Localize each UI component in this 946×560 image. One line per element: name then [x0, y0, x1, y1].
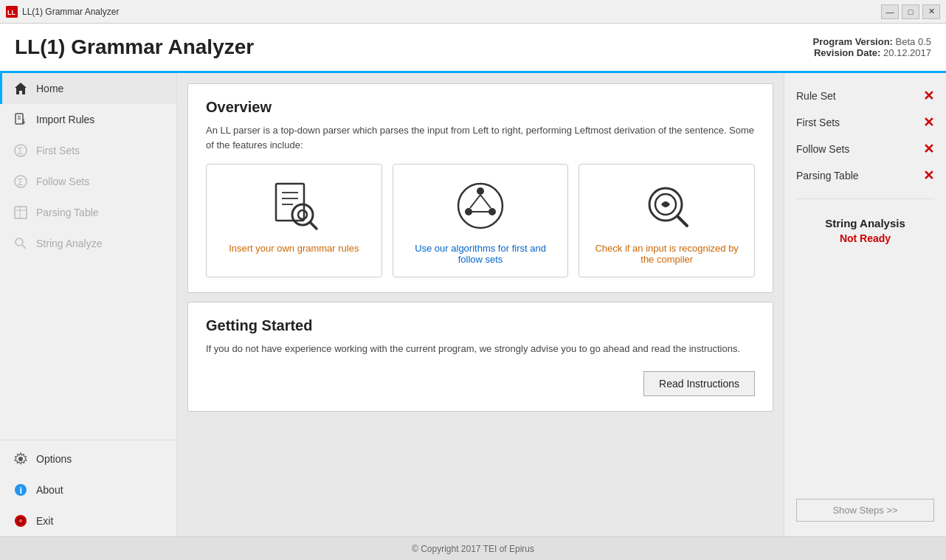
sidebar-label-parsing-table: Parsing Table [36, 207, 99, 218]
right-divider [796, 198, 934, 199]
copyright-text: © Copyright 2017 TEI of Epirus [412, 544, 534, 554]
svg-point-13 [15, 238, 23, 246]
page-title: LL(1) Grammar Analyzer [15, 35, 254, 59]
right-panel: Rule Set ✕ First Sets ✕ Follow Sets ✕ Pa… [784, 73, 946, 536]
string-check-label: Check if an input is recognized by the c… [591, 243, 742, 265]
rule-set-label: Rule Set [796, 90, 836, 102]
import-rules-icon [13, 111, 29, 128]
gs-actions: Read Instructions [206, 371, 755, 396]
main-layout: Home Import Rules Σ First Sets Σ Follow … [0, 73, 946, 536]
string-analysis-label: String Analysis [796, 217, 934, 229]
exit-icon [13, 513, 29, 529]
sidebar-item-follow-sets: Σ Follow Sets [0, 166, 176, 197]
algorithms-icon [451, 176, 510, 235]
grammar-rules-icon [264, 176, 323, 235]
show-steps-button[interactable]: Show Steps >> [796, 499, 934, 522]
maximize-button[interactable]: □ [902, 4, 919, 19]
svg-line-32 [470, 195, 480, 208]
status-follow-sets: Follow Sets ✕ [796, 141, 934, 157]
version-label: Program Version: [813, 36, 893, 47]
status-parsing-table: Parsing Table ✕ [796, 167, 934, 184]
follow-sets-status-icon: ✕ [923, 141, 934, 157]
minimize-button[interactable]: — [881, 4, 899, 19]
title-bar: LL LL(1) Grammar Analyzer — □ ✕ [0, 0, 946, 24]
status-rule-set: Rule Set ✕ [796, 88, 934, 104]
first-sets-status-icon: ✕ [923, 114, 934, 131]
string-analyze-icon [13, 235, 29, 252]
svg-line-14 [22, 245, 26, 249]
svg-point-29 [477, 187, 484, 195]
close-button[interactable]: ✕ [922, 4, 940, 19]
sidebar-top: Home Import Rules Σ First Sets Σ Follow … [0, 73, 176, 437]
svg-line-37 [677, 216, 687, 226]
string-analysis-status: Not Ready [796, 232, 934, 244]
feature-algorithms[interactable]: Use our algorithms for first and follow … [393, 164, 569, 277]
sidebar-item-exit[interactable]: Exit [0, 505, 176, 536]
home-icon [13, 80, 29, 97]
sidebar-label-import-rules: Import Rules [36, 114, 94, 125]
overview-text: An LL parser is a top-down parser which … [206, 123, 755, 152]
revision-label: Revision Date: [814, 47, 880, 58]
sidebar-item-import-rules[interactable]: Import Rules [0, 104, 176, 135]
sidebar-item-parsing-table: Parsing Table [0, 197, 176, 228]
overview-title: Overview [206, 99, 755, 116]
svg-rect-10 [15, 207, 27, 218]
sidebar-label-first-sets: First Sets [36, 145, 80, 156]
svg-point-26 [298, 210, 307, 219]
sidebar-item-first-sets: Σ First Sets [0, 135, 176, 166]
about-icon: i [13, 482, 29, 498]
algorithms-label: Use our algorithms for first and follow … [405, 243, 556, 265]
follow-sets-status-label: Follow Sets [796, 143, 849, 155]
sidebar-divider [0, 440, 176, 440]
getting-started-title: Getting Started [206, 317, 755, 334]
svg-text:LL: LL [7, 9, 15, 16]
read-instructions-button[interactable]: Read Instructions [643, 371, 755, 396]
status-first-sets: First Sets ✕ [796, 114, 934, 131]
title-bar-text: LL(1) Grammar Analyzer [22, 7, 881, 17]
sidebar-label-exit: Exit [36, 515, 53, 527]
sidebar-label-string-analyze: String Analyze [36, 238, 103, 249]
overview-card: Overview An LL parser is a top-down pars… [187, 83, 773, 293]
sidebar-label-home: Home [36, 83, 63, 94]
options-icon [13, 451, 29, 467]
content-area: Overview An LL parser is a top-down pars… [177, 73, 784, 536]
right-spacer [796, 244, 934, 499]
getting-started-text: If you do not have experience working wi… [206, 342, 755, 356]
feature-string-check[interactable]: Check if an input is recognized by the c… [579, 164, 755, 277]
window-controls: — □ ✕ [881, 4, 940, 19]
sidebar-item-string-analyze: String Analyze [0, 228, 176, 259]
sidebar-label-follow-sets: Follow Sets [36, 176, 89, 187]
svg-line-27 [310, 222, 317, 229]
svg-line-33 [480, 195, 491, 208]
revision-value: 20.12.2017 [883, 47, 931, 58]
follow-sets-icon: Σ [13, 173, 29, 190]
sidebar-item-options[interactable]: Options [0, 443, 176, 474]
svg-point-15 [18, 457, 23, 461]
sidebar-item-home[interactable]: Home [0, 73, 176, 104]
rule-set-status-icon: ✕ [923, 88, 934, 104]
header: LL(1) Grammar Analyzer Program Version: … [0, 24, 946, 73]
footer: © Copyright 2017 TEI of Epirus [0, 536, 946, 560]
parsing-table-icon [13, 204, 29, 221]
string-check-icon [638, 176, 697, 235]
svg-text:Σ: Σ [18, 177, 23, 187]
feature-grammar-rules[interactable]: Insert your own grammar rules [206, 164, 382, 277]
sidebar-label-options: Options [36, 453, 72, 465]
svg-point-20 [19, 519, 23, 523]
sidebar-bottom: Options i About Exit [0, 443, 176, 536]
svg-rect-21 [276, 184, 304, 221]
parsing-table-status-icon: ✕ [923, 167, 934, 184]
first-sets-status-label: First Sets [796, 117, 840, 128]
sidebar: Home Import Rules Σ First Sets Σ Follow … [0, 73, 177, 536]
grammar-rules-label: Insert your own grammar rules [229, 243, 359, 254]
version-info: Program Version: Beta 0.5 Revision Date:… [813, 36, 931, 58]
string-analysis-block: String Analysis Not Ready [796, 217, 934, 244]
app-icon: LL [6, 6, 18, 18]
svg-text:i: i [20, 485, 23, 496]
first-sets-icon: Σ [13, 142, 29, 159]
sidebar-item-about[interactable]: i About [0, 474, 176, 505]
svg-text:Σ: Σ [18, 146, 23, 156]
getting-started-card: Getting Started If you do not have exper… [187, 302, 773, 412]
sidebar-label-about: About [36, 484, 63, 496]
feature-boxes: Insert your own grammar rules [206, 164, 755, 277]
